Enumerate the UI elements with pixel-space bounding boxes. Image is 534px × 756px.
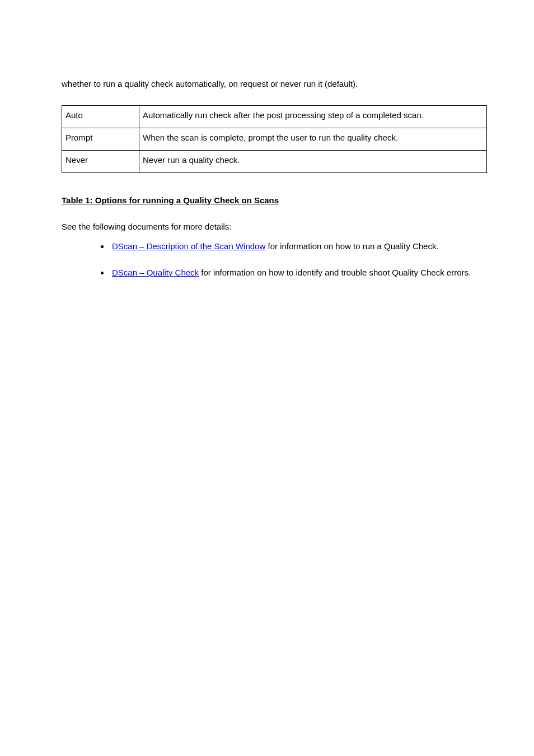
table-caption: Table 1: Options for running a Quality C… (62, 195, 478, 205)
doc-link-scan-window[interactable]: DScan – Description of the Scan Window (112, 241, 265, 251)
table-row: NeverNever run a quality check. (62, 150, 487, 172)
list-item: DScan – Quality Check for information on… (110, 268, 478, 277)
list-item-after-text: for information on how to run a Quality … (265, 241, 438, 251)
option-name-cell: Prompt (62, 128, 139, 150)
list-item: DScan – Description of the Scan Window f… (110, 241, 478, 251)
see-more-intro: See the following documents for more det… (62, 222, 478, 231)
doc-link-quality-check[interactable]: DScan – Quality Check (112, 268, 199, 277)
table-row: AutoAutomatically run check after the po… (62, 105, 487, 128)
table-row: PromptWhen the scan is complete, prompt … (62, 128, 487, 150)
related-documents-list: DScan – Description of the Scan Window f… (62, 241, 478, 277)
option-name-cell: Never (62, 150, 139, 172)
lead-paragraph: whether to run a quality check automatic… (62, 78, 478, 90)
list-item-after-text: for information on how to identify and t… (199, 268, 471, 277)
option-name-cell: Auto (62, 105, 139, 128)
options-table: AutoAutomatically run check after the po… (62, 105, 487, 173)
option-description-cell: When the scan is complete, prompt the us… (139, 128, 487, 150)
document-page: whether to run a quality check automatic… (0, 0, 534, 756)
option-description-cell: Automatically run check after the post p… (139, 105, 487, 128)
option-description-cell: Never run a quality check. (139, 150, 487, 172)
